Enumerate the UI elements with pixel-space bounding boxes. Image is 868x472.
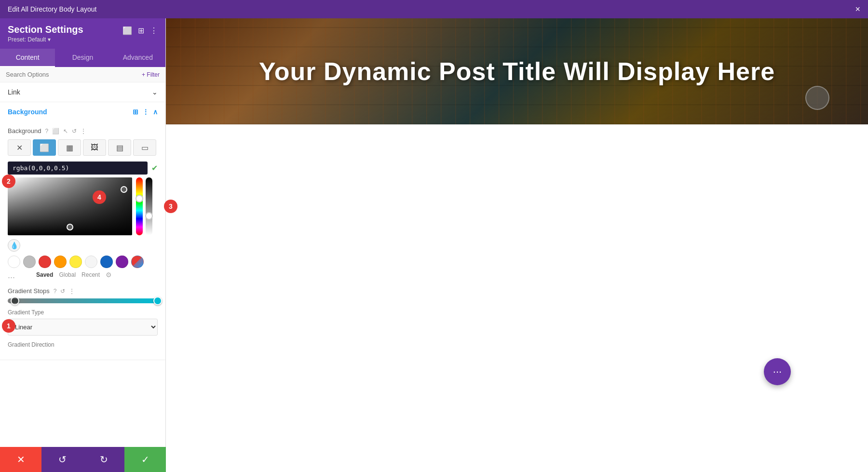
tab-content[interactable]: Content (0, 49, 55, 67)
swatch-white[interactable] (8, 256, 20, 268)
swatch-orange[interactable] (54, 256, 67, 268)
swatch-tabs-row: ··· Saved Global Recent ⚙ (8, 271, 158, 283)
fab-icon: ··· (773, 365, 782, 378)
hero-title: Your Dynamic Post Title Will Display Her… (259, 57, 775, 86)
color-hex-input[interactable] (8, 162, 148, 175)
bg-color-btn[interactable]: ⬜ (33, 139, 56, 156)
swatch-yellow[interactable] (69, 256, 82, 268)
swatch-red[interactable] (39, 256, 51, 268)
filter-button[interactable]: + Filter (142, 71, 160, 78)
white-content-area (166, 124, 868, 472)
gradient-stop-left[interactable] (11, 297, 19, 305)
preset-selector[interactable]: Preset: Default ▾ (8, 36, 83, 43)
swatch-tab-global[interactable]: Global (59, 271, 76, 278)
gradient-stops-more[interactable]: ⋮ (69, 288, 75, 295)
gradient-stops-reset[interactable]: ↺ (60, 288, 65, 295)
title-bar-text: Edit All Directory Body Layout (8, 5, 96, 13)
redo-button[interactable]: ↻ (83, 447, 124, 472)
layout-icon[interactable]: ⊞ (138, 26, 144, 35)
swatch-more-icon[interactable]: ··· (8, 272, 15, 283)
bottom-toolbar: ✕ ↺ ↻ ✓ (0, 447, 166, 472)
bg-image-btn[interactable]: 🖼 (83, 139, 106, 156)
responsive-icon[interactable]: ⬜ (122, 26, 132, 35)
cursor-icon[interactable]: ↖ (63, 128, 68, 135)
background-header[interactable]: Background ⊞ ⋮ ∧ (0, 102, 165, 121)
fab-button[interactable]: ··· (764, 358, 791, 385)
chevron-down-icon: ⌄ (152, 88, 158, 96)
gradient-type-select[interactable]: Linear Radial (8, 319, 158, 336)
more-options-icon[interactable]: ⋮ (142, 108, 149, 116)
swatch-settings-icon[interactable]: ⚙ (106, 271, 112, 279)
bg-none-btn[interactable]: ✕ (8, 139, 31, 156)
search-input[interactable] (6, 71, 142, 78)
gradient-direction-group: Gradient Direction (8, 341, 158, 348)
link-label: Link (8, 88, 20, 96)
background-label-row: Background ? ⬜ ↖ ↺ ⋮ (8, 127, 158, 135)
opacity-slider[interactable] (146, 177, 152, 235)
gradient-type-group: Gradient Type Linear Radial (8, 309, 158, 336)
gradient-canvas[interactable] (8, 177, 132, 235)
gradient-stops-header: Gradient Stops ? ↺ ⋮ (8, 287, 158, 295)
swatch-tab-saved[interactable]: Saved (36, 271, 53, 278)
swatch-purple[interactable] (116, 256, 128, 268)
badge-2: 2 (2, 175, 15, 188)
bg-pattern-btn[interactable]: ▭ (133, 139, 156, 156)
background-section: Background ⊞ ⋮ ∧ Background ? ⬜ ↖ ↺ (0, 102, 165, 360)
link-section: Link ⌄ (0, 82, 165, 102)
close-button[interactable]: × (855, 4, 860, 14)
bg-gradient-btn[interactable]: ▦ (58, 139, 81, 156)
reset-icon[interactable]: ↺ (72, 128, 77, 135)
tab-design[interactable]: Design (55, 49, 110, 67)
badge-3: 3 (164, 200, 177, 213)
swatch-tabs: Saved Global Recent ⚙ (36, 271, 112, 279)
tab-advanced[interactable]: Advanced (110, 49, 165, 67)
search-bar: + Filter (0, 67, 165, 82)
hero-decoration (805, 86, 829, 110)
gradient-stops-label: Gradient Stops (8, 287, 50, 295)
swatch-tab-recent[interactable]: Recent (81, 271, 100, 278)
badge-4: 4 (93, 190, 106, 204)
gradient-type-label: Gradient Type (8, 309, 158, 316)
title-bar: Edit All Directory Body Layout × (0, 0, 868, 18)
eyedropper-button[interactable]: 💧 (8, 239, 20, 252)
swatch-white2[interactable] (85, 256, 97, 268)
cancel-button[interactable]: ✕ (0, 447, 41, 472)
color-swatches (8, 256, 158, 268)
section-header-left: Section Settings Preset: Default ▾ (8, 24, 83, 43)
page-title: Section Settings (8, 24, 83, 35)
picker-handle-top[interactable] (121, 186, 127, 193)
picker-handle-bottom[interactable] (67, 224, 73, 230)
more-icon[interactable]: ⋮ (150, 26, 158, 35)
bg-type-buttons: ✕ ⬜ ▦ 🖼 ▤ ▭ (8, 139, 158, 156)
eyedropper-row: 💧 (8, 239, 158, 252)
color-confirm-icon[interactable]: ✔ (151, 163, 158, 173)
help-icon[interactable]: ? (45, 128, 48, 135)
bg-video-btn[interactable]: ▤ (108, 139, 131, 156)
picker-sliders (136, 177, 153, 235)
undo-button[interactable]: ↺ (41, 447, 83, 472)
hue-handle[interactable] (136, 195, 143, 202)
swatch-gradient[interactable] (131, 256, 144, 268)
swatch-blue[interactable] (100, 256, 113, 268)
background-section-title: Background (8, 108, 47, 116)
main-content: Your Dynamic Post Title Will Display Her… (166, 18, 868, 472)
color-input-row: ✔ (8, 162, 158, 175)
opacity-handle[interactable] (145, 212, 153, 220)
gradient-stop-right[interactable] (153, 297, 162, 305)
link-header[interactable]: Link ⌄ (0, 82, 165, 102)
section-header: Section Settings Preset: Default ▾ ⬜ ⊞ ⋮ (0, 18, 165, 49)
bg-section-icons: ⊞ ⋮ ∧ (133, 108, 158, 116)
save-button[interactable]: ✓ (124, 447, 166, 472)
swatch-gray[interactable] (23, 256, 36, 268)
collapse-icon[interactable]: ∧ (153, 108, 158, 116)
hue-slider[interactable] (136, 177, 143, 235)
color-picker-area (8, 177, 158, 235)
main-layout: Section Settings Preset: Default ▾ ⬜ ⊞ ⋮… (0, 18, 868, 472)
background-label: Background (8, 127, 41, 135)
gradient-stops-help[interactable]: ? (54, 288, 57, 295)
gradient-track[interactable] (8, 298, 158, 303)
expand-icon[interactable]: ⊞ (133, 108, 138, 116)
bg-more-icon[interactable]: ⋮ (81, 128, 86, 135)
sidebar-tabs: Content Design Advanced (0, 49, 165, 67)
mobile-icon[interactable]: ⬜ (52, 128, 59, 135)
